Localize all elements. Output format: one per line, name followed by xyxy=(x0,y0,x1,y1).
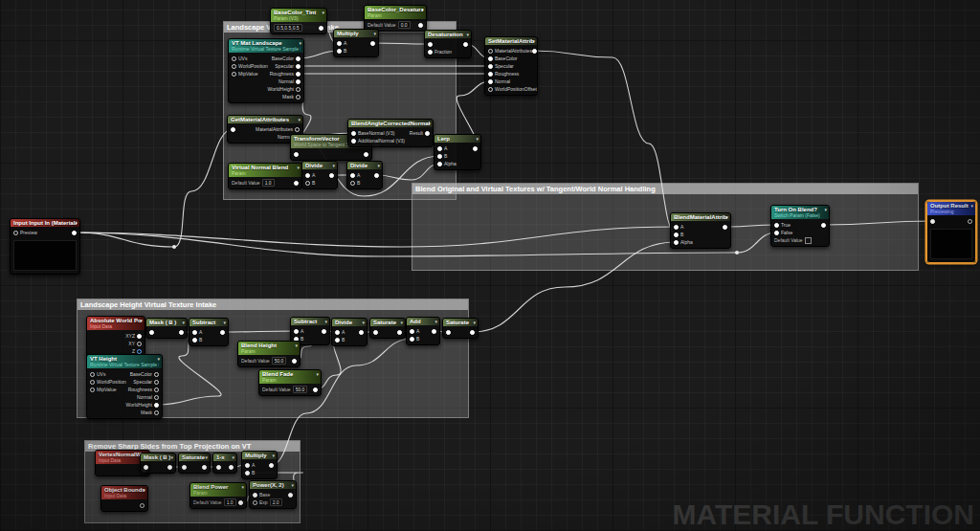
input-pin-in[interactable] xyxy=(428,42,433,47)
collapse-chevron-icon[interactable]: ▾ xyxy=(466,32,469,37)
output-pin-Roughness[interactable] xyxy=(154,387,159,392)
default-value-box[interactable]: 0.0 xyxy=(398,21,411,29)
node-header[interactable]: Blend Fade▾Param xyxy=(259,370,321,384)
node-header[interactable]: Input Input In (MaterialAttributes)▾ xyxy=(11,219,79,227)
collapse-chevron-icon[interactable]: ▾ xyxy=(75,220,78,226)
input-pin-True[interactable] xyxy=(774,223,779,228)
input-pin-Fraction[interactable] xyxy=(428,50,433,55)
node-header[interactable]: Saturate▾ xyxy=(370,319,405,326)
node-header[interactable]: Output Result▾Previewing xyxy=(927,202,975,215)
output-pin-out[interactable] xyxy=(364,152,368,157)
output-pin-BaseColor[interactable] xyxy=(296,56,301,61)
output-pin-out[interactable] xyxy=(821,223,826,228)
collapse-chevron-icon[interactable]: ▾ xyxy=(476,136,479,142)
node-mult_top[interactable]: Multiply▾AB xyxy=(333,29,379,57)
collapse-chevron-icon[interactable]: ▾ xyxy=(532,38,535,44)
input-pin-MipValue[interactable] xyxy=(232,72,236,77)
node-header[interactable]: 1-x▾ xyxy=(213,454,236,461)
collapse-chevron-icon[interactable]: ▾ xyxy=(298,117,301,122)
default-value-checkbox[interactable] xyxy=(805,237,812,244)
input-pin-BaseColor[interactable] xyxy=(488,56,493,61)
output-pin-out[interactable] xyxy=(532,49,537,54)
default-value-box[interactable]: 50.0 xyxy=(293,386,308,393)
input-pin-A[interactable] xyxy=(192,330,197,335)
node-header[interactable]: BaseColor_Desaturation▾Param xyxy=(365,6,426,19)
output-pin-Specular[interactable] xyxy=(296,64,301,69)
collapse-chevron-icon[interactable]: ▾ xyxy=(316,371,319,377)
input-pin-AdditionalNormal (V3)[interactable] xyxy=(351,139,356,144)
output-pin-Z[interactable] xyxy=(137,349,142,354)
node-oneminus[interactable]: 1-x▾ xyxy=(212,453,237,474)
output-pin-out[interactable] xyxy=(374,173,379,178)
node-header[interactable]: Virtual Normal Blend▾Param xyxy=(229,164,301,177)
input-pin-in[interactable] xyxy=(231,127,235,132)
collapse-chevron-icon[interactable]: ▾ xyxy=(970,203,973,209)
input-pin-UVs[interactable] xyxy=(232,56,236,61)
node-header[interactable]: Blend Power▾Param xyxy=(190,483,246,497)
collapse-chevron-icon[interactable]: ▾ xyxy=(428,121,431,126)
node-vnb[interactable]: Virtual Normal Blend▾ParamDefault Value1… xyxy=(228,163,302,189)
collapse-chevron-icon[interactable]: ▾ xyxy=(205,454,208,460)
collapse-chevron-icon[interactable]: ▾ xyxy=(182,320,185,325)
collapse-chevron-icon[interactable]: ▾ xyxy=(421,7,424,12)
output-pin-out[interactable] xyxy=(968,219,972,224)
output-pin-out[interactable] xyxy=(463,42,468,47)
input-pin-in[interactable] xyxy=(930,219,935,224)
output-pin-out[interactable] xyxy=(220,330,225,335)
output-pin-out[interactable] xyxy=(72,231,77,235)
collapse-chevron-icon[interactable]: ▾ xyxy=(725,214,728,220)
input-pin-B[interactable] xyxy=(437,154,442,159)
node-header[interactable]: BlendMaterialAttributes▾ xyxy=(671,213,730,221)
input-pin-in[interactable] xyxy=(294,152,299,157)
node-awp[interactable]: Absolute World Position▾Input DataXYZXYZ xyxy=(86,316,145,358)
input-pin-A[interactable] xyxy=(305,173,310,178)
collapse-chevron-icon[interactable]: ▾ xyxy=(232,454,234,460)
node-header[interactable]: Absolute World Position▾Input Data xyxy=(87,317,145,330)
input-pin-MipValue[interactable] xyxy=(90,387,95,392)
default-value-box[interactable]: 1.0 xyxy=(262,179,275,187)
node-div1[interactable]: Divide▾AB xyxy=(301,161,338,189)
output-pin-Normal[interactable] xyxy=(296,79,301,84)
collapse-chevron-icon[interactable]: ▾ xyxy=(824,207,827,212)
output-pin-Mask[interactable] xyxy=(154,410,159,415)
input-pin-WorldPosition[interactable] xyxy=(232,64,236,69)
collapse-chevron-icon[interactable]: ▾ xyxy=(473,320,476,325)
output-pin-Mask[interactable] xyxy=(296,95,301,100)
input-pin-B[interactable] xyxy=(245,471,250,476)
input-pin-in[interactable] xyxy=(182,465,187,470)
input-pin-in[interactable] xyxy=(216,465,221,470)
output-pin-out[interactable] xyxy=(723,225,727,230)
collapse-chevron-icon[interactable]: ▾ xyxy=(223,320,226,325)
node-blendattr[interactable]: BlendMaterialAttributes▾ABAlpha xyxy=(670,212,731,249)
output-pin-out[interactable] xyxy=(292,359,297,364)
node-vtmat[interactable]: VT Mat Landscape▾Runtime Virtual Texture… xyxy=(228,38,304,103)
node-mult2[interactable]: Multiply▾AB xyxy=(241,451,278,479)
node-output[interactable]: Output Result▾Previewing xyxy=(926,201,976,263)
node-header[interactable]: Mask ( B )▾ xyxy=(146,319,187,326)
node-header[interactable]: VT Height▾Runtime Virtual Texture Sample… xyxy=(87,355,162,368)
collapse-chevron-icon[interactable]: ▾ xyxy=(170,454,173,460)
collapse-chevron-icon[interactable]: ▾ xyxy=(241,484,244,490)
output-pin-out[interactable] xyxy=(140,503,145,508)
node-header[interactable]: Power(X, 2)▾ xyxy=(250,481,296,489)
input-pin-B[interactable] xyxy=(192,338,197,343)
output-pin-out[interactable] xyxy=(313,387,318,392)
input-pin-WorldPosition[interactable] xyxy=(90,380,95,385)
input-pin-in[interactable] xyxy=(446,330,451,335)
input-pin-B[interactable] xyxy=(305,181,310,186)
output-pin-MaterialAttributes[interactable] xyxy=(295,127,300,132)
comment-title-bar[interactable]: Landscape Height Virtual Texture Intake xyxy=(78,299,468,310)
node-header[interactable]: BaseColor_Tint▾Param (V3) xyxy=(271,9,326,22)
input-pin-in[interactable] xyxy=(373,330,378,335)
output-pin-out[interactable] xyxy=(432,329,436,334)
output-pin-out[interactable] xyxy=(470,330,475,335)
output-pin-out[interactable] xyxy=(238,500,243,505)
input-pin-Specular[interactable] xyxy=(488,64,493,69)
collapse-chevron-icon[interactable]: ▾ xyxy=(434,319,437,324)
collapse-chevron-icon[interactable]: ▾ xyxy=(373,31,376,36)
node-header[interactable]: Multiply▾ xyxy=(334,30,378,37)
node-header[interactable]: Divide▾ xyxy=(347,162,382,169)
input-pin-in[interactable] xyxy=(144,465,148,470)
node-desatp[interactable]: BaseColor_Desaturation▾ParamDefault Valu… xyxy=(364,5,427,32)
output-pin-out[interactable] xyxy=(319,26,323,31)
